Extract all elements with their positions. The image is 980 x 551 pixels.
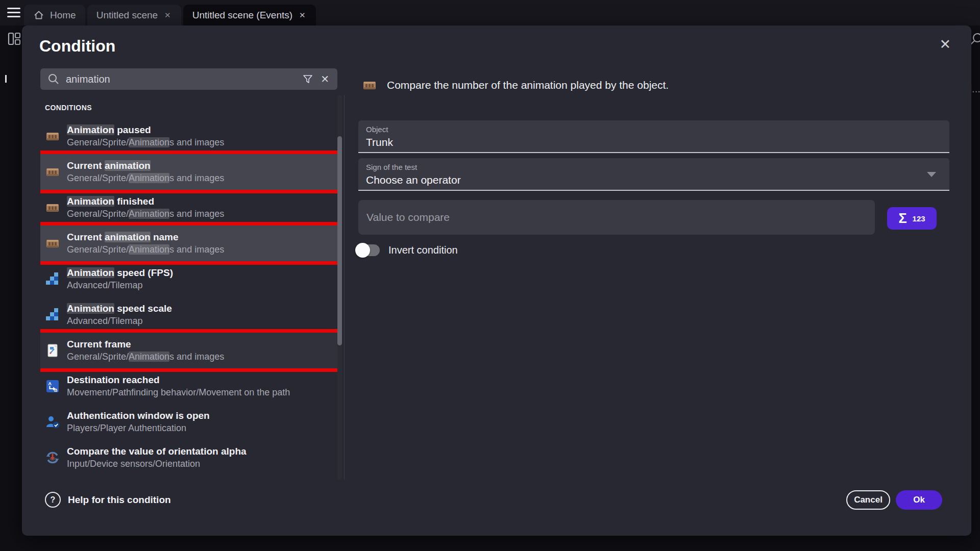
item-subtitle: Players/Player Authentication [67,422,210,434]
menu-icon[interactable] [7,8,20,18]
field-label: Object [366,125,949,134]
list-item[interactable]: Authentication window is openPlayers/Pla… [40,404,338,440]
tab-untitled-scene[interactable]: Untitled scene ✕ [87,5,181,26]
item-title: Current frame [67,338,224,350]
item-title: Authentication window is open [67,410,210,422]
list-item[interactable]: Current animation nameGeneral/Sprite/Ani… [40,226,338,261]
item-text: Animation finishedGeneral/Sprite/Animati… [67,195,224,220]
app-window: Home Untitled scene ✕ Untitled scene (Ev… [0,0,980,551]
tilemap-icon [45,271,60,287]
list-item[interactable]: Compare the value of orientation alphaIn… [40,440,338,475]
search-bar[interactable]: animation ✕ [40,68,337,90]
sigma-icon: Σ [898,212,906,226]
tab-label: Untitled scene [96,10,158,21]
editor-topbar: Home Untitled scene ✕ Untitled scene (Ev… [0,0,980,26]
item-text: Animation pausedGeneral/Sprite/Animation… [67,124,224,148]
orientation-icon [45,450,60,465]
svg-text:A: A [48,381,52,386]
item-subtitle: Movement/Pathfinding behavior/Movement o… [67,386,290,398]
scrollbar-track[interactable] [337,95,342,480]
numeric-badge: 123 [913,214,925,223]
film-icon [45,200,60,215]
home-icon [33,10,44,21]
item-title: Animation paused [67,124,224,136]
film-icon [45,129,60,144]
toggle-switch-icon[interactable] [355,243,380,258]
item-subtitle: General/Sprite/Animations and images [67,172,224,184]
section-header: CONDITIONS [45,104,92,112]
item-title: Current animation name [67,231,224,243]
column-divider [344,95,345,480]
invert-condition-toggle[interactable]: Invert condition [355,243,458,258]
object-field[interactable]: Object Trunk [358,120,949,153]
list-item[interactable]: Animation speed (FPS)Advanced/Tilemap [40,261,338,297]
field-label: Sign of the test [366,163,949,171]
item-subtitle: General/Sprite/Animations and images [67,350,224,363]
film-icon [362,78,377,93]
dialog-title: Condition [39,37,115,56]
item-text: Current animation nameGeneral/Sprite/Ani… [67,231,224,256]
condition-description-row: Compare the number of the animation play… [362,78,669,93]
help-link[interactable]: ? Help for this condition [45,492,171,508]
item-text: Current frameGeneral/Sprite/Animations a… [67,338,224,363]
input-placeholder: Value to compare [366,211,450,223]
tab-home[interactable]: Home [24,5,85,26]
list-item[interactable]: Animation finishedGeneral/Sprite/Animati… [40,190,338,226]
close-icon[interactable]: ✕ [939,38,951,52]
tab-label: Untitled scene (Events) [192,10,292,21]
item-title: Compare the value of orientation alpha [67,445,247,458]
pathfinding-icon: AB [45,379,60,394]
player-auth-icon [45,414,60,430]
condition-description: Compare the number of the animation play… [387,79,669,91]
item-title: Animation speed scale [67,303,172,315]
search-icon [47,73,60,85]
item-title: Current animation [67,160,224,172]
list-item[interactable]: ABDestination reachedMovement/Pathfindin… [40,368,338,404]
item-text: Animation speed scaleAdvanced/Tilemap [67,303,172,327]
expression-editor-button[interactable]: Σ 123 [887,207,937,230]
item-subtitle: General/Sprite/Animations and images [67,243,224,256]
list-item[interactable]: Current animationGeneral/Sprite/Animatio… [40,154,338,190]
film-icon [45,236,60,251]
item-title: Destination reached [67,374,290,386]
field-value: Choose an operator [366,174,949,186]
item-subtitle: Input/Device sensors/Orientation [67,458,247,470]
chevron-down-icon[interactable] [927,172,936,177]
field-value: Trunk [366,136,949,148]
ok-button[interactable]: Ok [896,490,942,510]
background-fragment [5,75,7,83]
help-icon: ? [45,492,61,508]
condition-dialog: Condition ✕ animation ✕ CONDITIONS Anima… [22,26,971,536]
cancel-button[interactable]: Cancel [846,490,890,510]
item-text: Destination reachedMovement/Pathfinding … [67,374,290,398]
value-to-compare-input[interactable]: Value to compare [358,200,875,235]
item-title: Animation finished [67,195,224,208]
list-item[interactable]: Animation pausedGeneral/Sprite/Animation… [40,118,338,154]
tab-bar: Home Untitled scene ✕ Untitled scene (Ev… [24,5,316,26]
conditions-list: Animation pausedGeneral/Sprite/Animation… [40,118,338,480]
list-item[interactable]: Animation speed scaleAdvanced/Tilemap [40,297,338,333]
tab-close-icon[interactable]: ✕ [163,11,172,20]
operator-select[interactable]: Sign of the test Choose an operator [358,158,949,191]
item-subtitle: Advanced/Tilemap [67,279,173,291]
scrollbar-thumb[interactable] [337,136,342,345]
help-label: Help for this condition [68,494,171,506]
tab-untitled-scene-events[interactable]: Untitled scene (Events) ✕ [183,5,316,26]
toggle-label: Invert condition [388,244,458,256]
tilemap-icon [45,307,60,322]
item-subtitle: General/Sprite/Animations and images [67,136,224,148]
item-title: Animation speed (FPS) [67,267,173,279]
layout-panels-icon[interactable] [8,32,21,48]
clear-search-icon[interactable]: ✕ [321,73,329,85]
filter-icon[interactable] [302,73,313,85]
tab-close-icon[interactable]: ✕ [298,11,307,20]
film-icon [45,164,60,180]
item-subtitle: Advanced/Tilemap [67,315,172,327]
search-input[interactable]: animation [66,73,302,85]
item-subtitle: General/Sprite/Animations and images [67,208,224,220]
frame-icon [45,343,60,358]
item-text: Animation speed (FPS)Advanced/Tilemap [67,267,173,291]
list-item[interactable]: Current frameGeneral/Sprite/Animations a… [40,333,338,368]
item-text: Current animationGeneral/Sprite/Animatio… [67,160,224,184]
item-text: Compare the value of orientation alphaIn… [67,445,247,470]
